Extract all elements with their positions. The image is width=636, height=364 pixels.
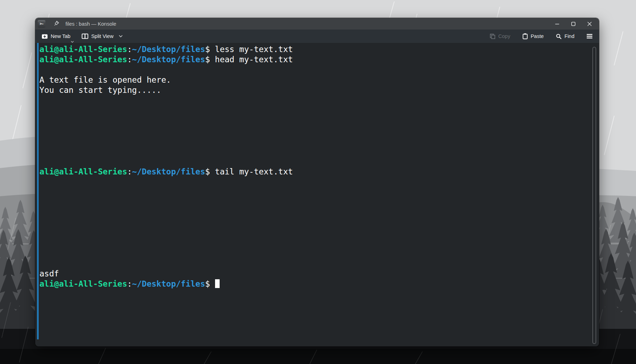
terminal-blank-line xyxy=(39,197,588,207)
prompt-separator: : xyxy=(127,167,132,176)
terminal-area[interactable]: ali@ali-All-Series:~/Desktop/files$ less… xyxy=(35,43,599,346)
split-view-icon xyxy=(82,33,88,39)
output-text: You can start typing..... xyxy=(39,85,588,95)
new-tab-dropdown-icon[interactable] xyxy=(71,41,74,43)
new-tab-label: New Tab xyxy=(51,33,70,39)
copy-label: Copy xyxy=(498,33,510,39)
split-view-label: Split View xyxy=(91,33,113,39)
terminal-line: ali@ali-All-Series:~/Desktop/files$ less… xyxy=(39,44,588,55)
prompt-separator: : xyxy=(127,55,132,64)
terminal-screen[interactable]: ali@ali-All-Series:~/Desktop/files$ less… xyxy=(39,44,588,346)
terminal-blank-line xyxy=(39,65,588,75)
prompt-dollar: $ xyxy=(205,279,215,288)
terminal-blank-line xyxy=(39,106,588,116)
search-icon xyxy=(556,33,562,39)
scrollbar[interactable] xyxy=(592,47,596,344)
toolbar: New Tab Split View xyxy=(35,30,599,43)
terminal-blank-line xyxy=(39,136,588,146)
terminal-blank-line xyxy=(39,248,588,258)
terminal-line: ali@ali-All-Series:~/Desktop/files$ tail… xyxy=(39,167,588,177)
prompt-path: ~/Desktop/files xyxy=(132,55,205,64)
terminal-blank-line xyxy=(39,146,588,157)
new-tab-icon xyxy=(42,33,48,39)
output-text: A text file is opened here. xyxy=(39,75,588,85)
prompt-separator: : xyxy=(127,45,132,54)
terminal-blank-line xyxy=(39,177,588,187)
prompt-user-host: ali@ali-All-Series xyxy=(39,279,127,288)
prompt-path: ~/Desktop/files xyxy=(132,167,205,176)
prompt-path: ~/Desktop/files xyxy=(132,279,205,288)
output-text: asdf xyxy=(39,269,588,279)
find-button[interactable]: Find xyxy=(555,32,575,41)
terminal-blank-line xyxy=(39,238,588,248)
terminal-blank-line xyxy=(39,187,588,197)
terminal-blank-line xyxy=(39,116,588,126)
terminal-line: ali@ali-All-Series:~/Desktop/files$ head… xyxy=(39,55,588,65)
terminal-blank-line xyxy=(39,207,588,218)
paste-label: Paste xyxy=(531,33,544,39)
split-view-button[interactable]: Split View xyxy=(81,32,123,40)
terminal-blank-line xyxy=(39,258,588,269)
prompt-user-host: ali@ali-All-Series xyxy=(39,55,127,64)
command-text: tail my-text.txt xyxy=(215,167,293,176)
menu-button[interactable] xyxy=(586,32,593,40)
minimize-button[interactable] xyxy=(553,20,561,28)
close-button[interactable] xyxy=(586,20,593,28)
paste-button[interactable]: Paste xyxy=(522,32,544,41)
prompt-dollar: $ xyxy=(205,45,215,54)
prompt-path: ~/Desktop/files xyxy=(132,45,205,54)
titlebar[interactable]: >- files : bash — Konsole xyxy=(35,18,599,30)
terminal-blank-line xyxy=(39,126,588,136)
terminal-blank-line xyxy=(39,95,588,106)
command-text: less my-text.txt xyxy=(215,45,293,54)
terminal-blank-line xyxy=(39,228,588,238)
maximize-button[interactable] xyxy=(569,20,577,28)
prompt-dollar: $ xyxy=(205,55,215,64)
prompt-dollar: $ xyxy=(205,167,215,176)
konsole-window: >- files : bash — Konsole xyxy=(35,18,599,346)
konsole-app-icon[interactable]: >- xyxy=(38,20,45,28)
paste-icon xyxy=(522,33,528,39)
hamburger-icon xyxy=(586,34,593,39)
new-tab-button[interactable]: New Tab xyxy=(41,32,71,41)
prompt-separator: : xyxy=(127,279,132,288)
terminal-blank-line xyxy=(39,157,588,167)
prompt-user-host: ali@ali-All-Series xyxy=(39,167,127,176)
pin-icon[interactable] xyxy=(53,21,59,27)
terminal-cursor xyxy=(215,279,220,288)
terminal-line: ali@ali-All-Series:~/Desktop/files$ xyxy=(39,279,588,289)
window-title: files : bash — Konsole xyxy=(65,21,116,27)
copy-button[interactable]: Copy xyxy=(489,32,511,41)
scroll-position-strip xyxy=(37,43,39,339)
prompt-user-host: ali@ali-All-Series xyxy=(39,45,127,54)
find-label: Find xyxy=(565,33,574,39)
terminal-blank-line xyxy=(39,218,588,228)
command-text: head my-text.txt xyxy=(215,55,293,64)
copy-icon xyxy=(490,33,496,39)
split-view-chevron-icon xyxy=(119,35,123,38)
